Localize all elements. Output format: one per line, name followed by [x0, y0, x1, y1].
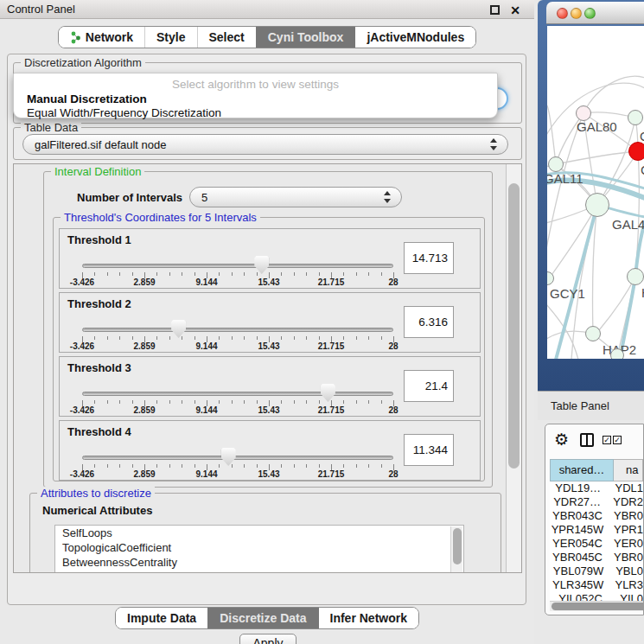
table-row[interactable]: YLR345WYLR3	[550, 578, 643, 592]
slider-tick	[294, 464, 295, 468]
slider-tick-label: -3.426	[70, 277, 94, 287]
slider-tick	[381, 336, 382, 340]
slider-tick	[119, 336, 120, 340]
tab-network[interactable]: Network	[59, 27, 144, 48]
threshold-value-field[interactable]: 14.713	[404, 242, 454, 274]
table-row[interactable]: YBR043CYBR0	[550, 509, 643, 523]
slider-tick	[169, 400, 170, 404]
network-node-g[interactable]	[628, 110, 643, 125]
slider-thumb[interactable]	[321, 384, 335, 402]
threshold-panel-2: Threshold 2-3.4262.8599.14415.4321.71528…	[59, 292, 481, 353]
table-data-select[interactable]: galFiltered.sif default node	[22, 134, 508, 155]
numerical-attributes-label: Numerical Attributes	[42, 504, 152, 517]
numerical-attributes-list[interactable]: SelfLoopsTopologicalCoefficientBetweenne…	[54, 525, 464, 573]
threshold-value-field[interactable]: 6.316	[404, 306, 454, 338]
slider-track[interactable]	[82, 264, 393, 268]
bottom-tab-bar: Impute DataDiscretize DataInfer Network	[0, 607, 534, 629]
slider-tick	[343, 464, 344, 468]
checkbox-icon[interactable]: ✓	[613, 436, 622, 444]
table-row[interactable]: YBL079WYBL0	[550, 564, 643, 578]
tab-jactivemnodules[interactable]: jActiveMNodules	[354, 27, 475, 48]
tab-discretize-data[interactable]: Discretize Data	[207, 608, 317, 628]
threshold-panel-4: Threshold 4-3.4262.8599.14415.4321.71528…	[59, 420, 481, 481]
slider-tick	[306, 400, 307, 404]
slider-tick	[132, 272, 133, 276]
table-body: YDL19…YDL1YDR27…YDR2YBR043CYBR0YPR145WYP…	[550, 481, 643, 601]
network-node-c[interactable]	[628, 142, 644, 161]
dropdown-item-equal-width[interactable]: Equal Width/Frequency Discretization	[16, 106, 494, 120]
slider-tick-label: -3.426	[70, 469, 94, 479]
slider-thumb[interactable]	[221, 448, 236, 466]
table-row[interactable]: YBR045CYBR0	[550, 551, 643, 564]
slider-tick	[232, 336, 233, 340]
close-icon[interactable]: ✕	[510, 2, 520, 20]
minimize-traffic-light-icon[interactable]	[571, 8, 582, 19]
slider-tick	[156, 400, 157, 404]
apply-button[interactable]: Apply	[239, 634, 296, 644]
list-item[interactable]: TopologicalCoefficient	[55, 540, 463, 555]
cell-shared-name: YBL079W	[550, 564, 607, 578]
close-traffic-light-icon[interactable]	[557, 8, 568, 19]
slider-tick	[294, 400, 295, 404]
slider-thumb[interactable]	[171, 320, 186, 338]
slider-tick	[257, 400, 258, 404]
tab-select[interactable]: Select	[197, 27, 256, 48]
table-row[interactable]: YDL19…YDL1	[550, 481, 643, 495]
slider-tick	[169, 272, 170, 276]
number-of-intervals-value: 5	[201, 188, 207, 207]
network-node-hap2[interactable]	[585, 326, 601, 341]
tab-style[interactable]: Style	[144, 27, 196, 48]
slider-tick	[94, 336, 95, 340]
horizontal-scrollbar[interactable]	[550, 601, 643, 611]
gear-icon[interactable]: ⚙	[554, 430, 569, 450]
tab-label: Select	[209, 30, 245, 44]
dropdown-item-manual-discretization[interactable]: Manual Discretization	[16, 92, 494, 106]
slider-tick	[319, 272, 320, 276]
slider-tick	[281, 464, 282, 468]
slider-track[interactable]	[82, 328, 393, 332]
slider-track[interactable]	[82, 392, 393, 396]
tab-impute-data[interactable]: Impute Data	[116, 608, 207, 628]
scrollbar-thumb[interactable]	[453, 528, 462, 564]
scrollbar-thumb[interactable]	[552, 603, 644, 610]
interval-definition-title: Interval Definition	[51, 165, 144, 178]
cell-shared-name: YDL19…	[550, 481, 606, 495]
list-item[interactable]: BetweennessCentrality	[55, 555, 463, 570]
checkbox-icon[interactable]: ✓	[603, 436, 611, 444]
slider-thumb[interactable]	[254, 256, 269, 274]
slider-tick	[219, 464, 220, 468]
column-layout-icon[interactable]	[580, 433, 594, 447]
network-node-gal4[interactable]	[585, 193, 609, 217]
table-row[interactable]: YDR27…YDR2	[550, 495, 643, 509]
table-row[interactable]: YPR145WYPR1	[550, 523, 643, 537]
float-window-icon[interactable]	[490, 5, 500, 15]
zoom-traffic-light-icon[interactable]	[584, 8, 596, 19]
network-canvas[interactable]: GAL80GCGAL11GAL4GCY1HHAP2	[547, 26, 644, 359]
slider-tick	[194, 272, 195, 276]
network-node-h[interactable]	[627, 268, 644, 285]
number-of-intervals-select[interactable]: 5	[189, 187, 402, 207]
tab-label: Network	[86, 30, 133, 44]
column-header-shared-name[interactable]: shared…	[550, 459, 614, 481]
slider-tick-label: 15.43	[258, 469, 279, 479]
table-row[interactable]: YER054CYER0	[550, 537, 643, 551]
interval-definition-group: Interval Definition Number of Intervals …	[43, 171, 493, 488]
column-header-name[interactable]: na	[614, 459, 643, 481]
slider-track[interactable]	[82, 456, 393, 460]
network-node-gal11[interactable]	[548, 156, 564, 172]
threshold-value-field[interactable]: 21.4	[404, 370, 454, 402]
network-window-titlebar	[546, 2, 644, 24]
tab-infer-network[interactable]: Infer Network	[318, 608, 418, 628]
slider-tick	[132, 400, 133, 404]
vertical-scrollbar[interactable]	[506, 164, 521, 572]
network-node[interactable]	[610, 348, 624, 359]
tab-cyni-toolbox[interactable]: Cyni Toolbox	[256, 27, 355, 48]
threshold-value-field[interactable]: 11.344	[404, 434, 454, 466]
slider-tick	[281, 336, 282, 340]
scrollbar-thumb[interactable]	[508, 183, 520, 469]
list-item[interactable]: SelfLoops	[55, 526, 463, 540]
list-scrollbar[interactable]	[450, 526, 462, 573]
table-row[interactable]: YIL052CYIL0	[550, 592, 643, 601]
threshold-label: Threshold 3	[67, 361, 131, 374]
slider-tick-label: 2.859	[133, 405, 155, 415]
